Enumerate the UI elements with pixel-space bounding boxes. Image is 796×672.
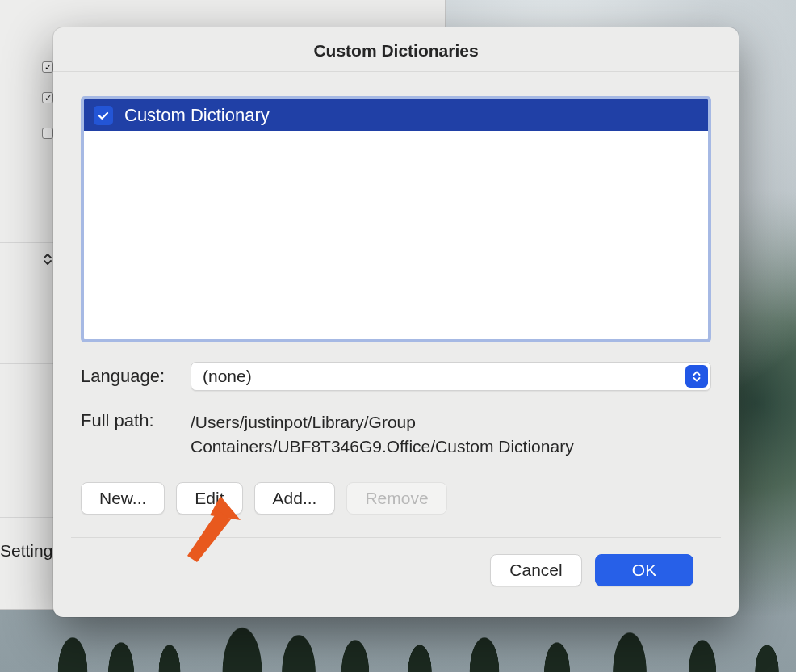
- dictionary-listbox[interactable]: Custom Dictionary: [81, 96, 711, 342]
- new-button[interactable]: New...: [81, 482, 165, 514]
- remove-button: Remove: [346, 482, 446, 514]
- cancel-button[interactable]: Cancel: [490, 554, 582, 586]
- language-label: Language:: [81, 366, 178, 387]
- language-select[interactable]: (none): [191, 362, 711, 391]
- dialog-footer: Cancel OK: [81, 538, 711, 586]
- parent-popup-stepper-icon[interactable]: [42, 252, 53, 267]
- custom-dictionaries-dialog: Custom Dictionaries Custom Dictionary La…: [53, 27, 739, 617]
- parent-truncated-label: Setting: [0, 541, 52, 561]
- dictionary-row-label: Custom Dictionary: [124, 105, 270, 126]
- select-stepper-icon: [685, 365, 708, 388]
- edit-button[interactable]: Edit: [176, 482, 242, 514]
- parent-checkbox-1[interactable]: [42, 61, 53, 73]
- add-button[interactable]: Add...: [254, 482, 336, 514]
- dictionary-row-checkbox[interactable]: [94, 106, 113, 125]
- language-select-value: (none): [203, 367, 252, 386]
- dictionary-list-row[interactable]: Custom Dictionary: [84, 99, 708, 131]
- ok-button[interactable]: OK: [595, 554, 693, 586]
- path-value: /Users/justinpot/Library/Group Container…: [191, 410, 711, 460]
- parent-checkbox-3[interactable]: [42, 128, 53, 139]
- dictionary-action-buttons: New... Edit Add... Remove: [81, 482, 711, 514]
- path-label: Full path:: [81, 410, 178, 431]
- parent-checkbox-2[interactable]: [42, 92, 53, 103]
- dialog-title: Custom Dictionaries: [53, 27, 739, 72]
